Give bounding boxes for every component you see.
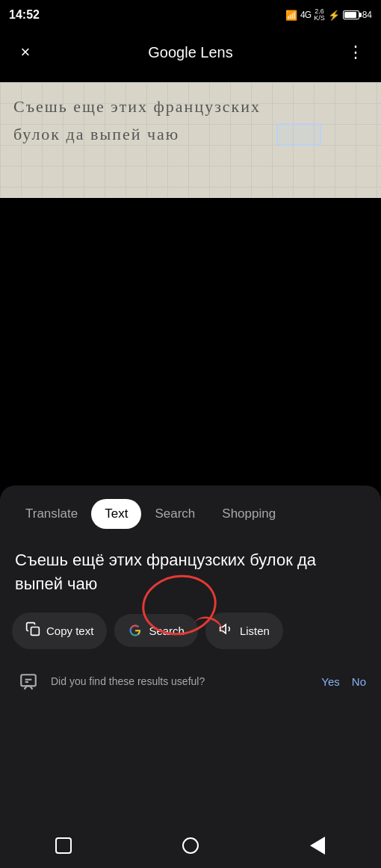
copy-icon — [25, 621, 40, 640]
action-buttons: Copy text Search Listen — [0, 605, 381, 657]
feedback-row: Did you find these results useful? Yes N… — [0, 657, 381, 707]
svg-marker-1 — [220, 624, 226, 633]
ocr-result-text: Съешь ещё этих французских булок да выпе… — [0, 536, 381, 605]
data-speed: 2.6K/S — [314, 8, 325, 22]
word-highlight-chayu — [276, 123, 321, 146]
feedback-buttons: Yes No — [321, 675, 366, 688]
back-button[interactable] — [301, 829, 334, 862]
home-icon — [182, 837, 199, 854]
speaker-icon — [219, 621, 234, 640]
svg-rect-0 — [31, 627, 40, 635]
feedback-icon — [15, 669, 42, 695]
search-label: Search — [149, 624, 185, 637]
battery-icon — [343, 10, 359, 19]
charge-icon: ⚡ — [328, 10, 340, 21]
recent-apps-button[interactable] — [47, 829, 80, 862]
handwriting-line1: Съешь еще этих французских — [13, 93, 374, 120]
bottom-panel: Translate Text Search Shopping Съешь ещё… — [0, 486, 381, 868]
copy-text-label: Copy text — [46, 624, 93, 637]
svg-rect-2 — [21, 675, 36, 686]
app-title: Google Lens — [39, 44, 342, 61]
status-icons: 📶 4G 2.6K/S ⚡ 84 — [285, 8, 372, 22]
status-bar: 14:52 📶 4G 2.6K/S ⚡ 84 — [0, 0, 381, 30]
feedback-yes-button[interactable]: Yes — [321, 675, 339, 688]
search-button[interactable]: Search — [114, 614, 198, 647]
navigation-bar — [0, 823, 381, 868]
image-area: Съешь еще этих французских булок да выпе… — [0, 82, 381, 198]
copy-text-button[interactable]: Copy text — [12, 613, 107, 649]
more-button[interactable]: ⋮ — [342, 39, 369, 66]
battery-fill — [344, 12, 357, 18]
tab-search[interactable]: Search — [141, 499, 208, 529]
tabs-row: Translate Text Search Shopping — [0, 486, 381, 536]
tab-text[interactable]: Text — [91, 499, 141, 529]
close-button[interactable]: × — [12, 39, 39, 66]
listen-label: Listen — [240, 624, 270, 637]
recent-apps-icon — [55, 837, 72, 854]
top-bar: × Google Lens ⋮ — [0, 30, 381, 75]
battery-percent: 84 — [362, 10, 372, 20]
tab-shopping[interactable]: Shopping — [208, 499, 289, 529]
google-icon — [128, 623, 143, 638]
status-time: 14:52 — [9, 8, 40, 22]
wifi-icon: 4G — [300, 10, 311, 20]
back-icon — [310, 837, 325, 855]
feedback-no-button[interactable]: No — [352, 675, 366, 688]
tab-translate[interactable]: Translate — [12, 499, 91, 529]
listen-button[interactable]: Listen — [205, 613, 283, 649]
home-button[interactable] — [174, 829, 207, 862]
signal-icon: 📶 — [285, 10, 297, 21]
feedback-question: Did you find these results useful? — [51, 675, 312, 689]
